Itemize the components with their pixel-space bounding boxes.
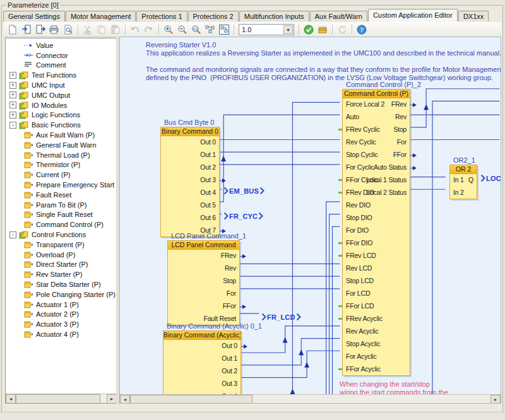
tree-item-io-modules[interactable]: +IO Modules [6,100,117,110]
tree-scroll-thumb[interactable] [16,394,100,404]
input-pin-stop-acyclic[interactable]: Stop Acyclic [346,339,380,348]
block-instance-title[interactable]: Command Control (P)_2 [346,81,421,88]
output-pin-fault-reset[interactable]: Fault Reset [204,314,237,323]
output-pin-out-6[interactable]: Out 6 [200,213,216,222]
tree-item-actuator-2-p[interactable]: Actuator 2 (P) [6,310,117,320]
signal-wire[interactable] [239,339,340,365]
tree-item-basic-functions[interactable]: -Basic Functions [6,120,117,130]
tab-general-settings[interactable]: General Settings [3,11,65,21]
function-block-or2-1[interactable]: OR 2In 1In 2Q [449,165,477,199]
tree-item-star-delta-starter-p[interactable]: Star Delta Starter (P) [6,279,117,289]
tab-aux-fault-warn[interactable]: Aux Fault/Warn [310,11,367,21]
canvas-horizontal-scrollbar[interactable]: ◄ ► [120,394,501,403]
export-button[interactable] [34,24,47,35]
function-block-binary-command-acyclic-0[interactable]: Binary Command (Acyclic) 0Out 0Out 1Out … [163,330,241,403]
input-pin-for-dio[interactable]: For DIO [346,226,369,235]
tree-item-fault-reset[interactable]: Fault Reset [6,190,117,200]
output-pin-stop[interactable]: Stop [223,276,236,285]
tree-item-connector[interactable]: Connector [6,50,117,61]
scroll-left-icon[interactable]: ◄ [6,394,16,404]
input-pin-frev-lcd[interactable]: FRev LCD [346,251,376,260]
function-block-lcd-panel-command[interactable]: LCD Panel CommandFRevRevStopForFForFault… [167,240,240,325]
help-button[interactable]: ? [355,24,368,35]
tree-item-actuator-4-p[interactable]: Actuator 4 (P) [6,329,117,339]
expand-icon[interactable]: + [9,102,16,108]
tree-item-comment[interactable]: Comment [6,61,117,71]
tab-dx1xx[interactable]: DX1xx [458,11,489,21]
function-block-bus-cmd-byte-0[interactable]: Binary Command 0Out 0Out 1Out 2Out 3Out … [160,127,220,237]
output-pin-out-5[interactable]: Out 5 [200,201,216,209]
tree-item-transparent-p[interactable]: Transparent (P) [6,240,117,250]
input-pin-force-local-2[interactable]: Force Local 2 [346,100,384,108]
input-pin-rev-acyclic[interactable]: Rev Acyclic [346,327,378,335]
print-button[interactable] [48,24,61,35]
zoom-level-combo[interactable]: 1.0▼ [239,24,294,35]
block-instance-title[interactable]: Bus Cmd Byte 0 [164,119,214,126]
output-pin-local-2-status[interactable]: Local 2 Status [366,188,407,197]
expand-icon[interactable]: + [9,112,16,119]
collapse-icon[interactable]: - [9,231,16,238]
tree-item-aux-fault-warn-p[interactable]: Aux Fault Warn (P) [6,130,117,140]
diagram-canvas[interactable]: ◄ ► Reversing Starter V1.0 This applicat… [119,37,501,404]
output-pin-local-1-status[interactable]: Local 1 Status [366,175,407,184]
page-connector-fr-cyc[interactable]: FR_CYC [223,212,264,220]
tree-item-umc-input[interactable]: +UMC Input [6,80,117,90]
input-pin-for-acyclic[interactable]: For Acyclic [346,352,377,361]
zoom-selection-button[interactable] [218,24,230,35]
expand-icon[interactable]: + [9,82,16,89]
tree-item-current-p[interactable]: Current (P) [6,170,117,180]
expand-icon[interactable]: + [9,91,16,98]
scroll-left-icon[interactable]: ◄ [120,395,130,404]
page-connector-em-bus[interactable]: EM_BUS [223,187,265,195]
tree-item-prepare-emergency-start[interactable]: Prepare Emergency Start ( [6,180,117,190]
tree-item-control-functions[interactable]: -Control Functions [6,230,117,240]
input-pin-rev-cyclic[interactable]: Rev Cyclic [346,137,376,146]
diagram-description-text[interactable]: Reversing Starter V1.0 This application … [146,41,501,82]
output-pin-out-2[interactable]: Out 2 [222,366,237,375]
tree-item-thermistor-p[interactable]: Thermistor (P) [6,160,117,170]
print-preview-button[interactable] [62,24,74,35]
output-pin-frev[interactable]: FRev [221,251,236,260]
tab-motor-management[interactable]: Motor Management [66,11,136,21]
output-pin-frev[interactable]: FRev [391,100,407,108]
block-instance-title[interactable]: OR2_1 [453,156,475,164]
tree-item-logic-functions[interactable]: +Logic Functions [6,110,117,120]
output-pin-out-1[interactable]: Out 1 [200,150,216,159]
new-diagram-button[interactable] [6,24,19,35]
block-instance-title[interactable]: LCD Panel Command_1 [171,232,246,240]
zoom-fit-button[interactable] [204,24,217,35]
tree-item-single-fault-reset[interactable]: Single Fault Reset [6,210,117,220]
input-pin-frev-cyclic[interactable]: FRev Cyclic [346,125,380,134]
scroll-right-icon[interactable]: ► [490,395,501,404]
collapse-icon[interactable]: - [9,122,16,129]
signal-wire[interactable] [406,89,500,127]
input-pin-rev-dio[interactable]: Rev DIO [346,201,371,209]
zoom-in-button[interactable] [162,24,175,35]
output-pin-ffor[interactable]: FFor [393,150,407,159]
import-button[interactable] [20,24,33,35]
tree-item-direct-starter-p[interactable]: Direct Starter (P) [6,260,117,270]
tab-protections-1[interactable]: Protections 1 [136,11,187,21]
input-pin-stop-cyclic[interactable]: Stop Cyclic [346,150,377,159]
input-pin-stop-dio[interactable]: Stop DIO [346,213,372,222]
input-pin-frev-acyclic[interactable]: FRev Acyclic [346,314,383,323]
tree-item-param-to-bit-p[interactable]: Param To Bit (P) [6,200,117,210]
output-pin-auto-status[interactable]: Auto Status [374,163,407,172]
download-device-button[interactable] [316,24,329,35]
tree-scroll-track[interactable] [100,394,107,403]
signal-wire[interactable] [332,226,340,396]
tree-item-general-fault-warn[interactable]: General Fault Warn [6,140,117,150]
tab-custom-application-editor[interactable]: Custom Application Editor [368,9,458,21]
output-pin-out-1[interactable]: Out 1 [222,354,237,363]
tree-item-overload-p[interactable]: Overload (P) [6,250,117,260]
signal-wire[interactable] [326,202,340,396]
zoom-actual-button[interactable]: 1:1 [190,24,203,35]
tree-item-thermal-load-p[interactable]: Thermal Load (P) [6,150,117,160]
scroll-right-icon[interactable]: ► [107,394,117,404]
canvas-scroll-track[interactable] [252,395,490,403]
input-pin-stop-lcd[interactable]: Stop LCD [346,276,374,285]
output-pin-ffor[interactable]: FFor [223,301,236,310]
expand-icon[interactable]: + [9,72,16,79]
output-pin-out-3[interactable]: Out 3 [222,379,237,388]
output-pin-for[interactable]: For [227,289,236,298]
